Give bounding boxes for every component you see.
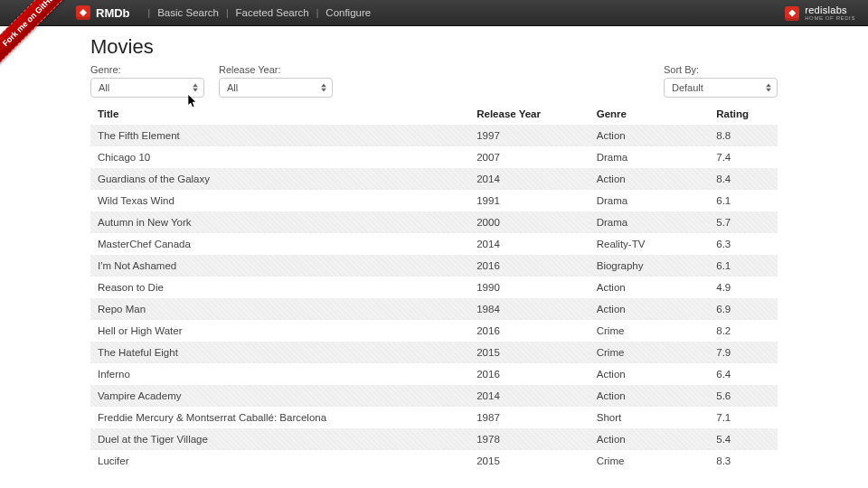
year-select-value: All [227,82,238,93]
cell-genre: Crime [590,320,710,342]
cell-title: Wild Texas Wind [90,190,469,211]
cell-genre: Drama [590,190,710,211]
redislabs-label: redislabs [805,5,855,15]
cell-title: MasterChef Canada [90,233,469,255]
svg-marker-5 [766,89,771,92]
cell-year: 2000 [469,211,590,233]
svg-marker-0 [193,84,198,88]
table-row[interactable]: Autumn in New York2000Drama5.7 [90,211,778,233]
col-title-header[interactable]: Title [90,103,469,125]
select-chevron-icon [766,84,771,92]
cell-genre: Action [590,298,710,320]
table-row[interactable]: Guardians of the Galaxy2014Action8.4 [90,168,778,190]
nav-separator: | [316,8,319,18]
cell-rating: 8.3 [709,450,778,472]
cell-title: Repo Man [90,298,469,320]
cell-genre: Crime [590,342,710,363]
col-year-header[interactable]: Release Year [469,103,590,125]
select-chevron-icon [321,84,326,92]
cell-rating: 6.1 [709,255,778,277]
nav-configure[interactable]: Configure [326,7,371,18]
cell-year: 2007 [469,146,590,168]
table-row[interactable]: Duel at the Tiger Village1978Action5.4 [90,428,778,450]
cell-title: The Hateful Eight [90,342,469,363]
brand-label: RMDb [96,6,130,20]
cell-rating: 5.6 [709,385,778,407]
table-row[interactable]: The Fifth Element1997Action8.8 [90,125,778,146]
cell-rating: 8.8 [709,125,778,146]
select-chevron-icon [193,84,198,92]
table-row[interactable]: Vampire Academy2014Action5.6 [90,385,778,407]
col-genre-header[interactable]: Genre [590,103,710,125]
page-title: Movies [90,35,778,59]
year-label: Release Year: [219,64,333,75]
cell-year: 2015 [469,342,590,363]
cell-rating: 6.1 [709,190,778,211]
table-row[interactable]: The Hateful Eight2015Crime7.9 [90,342,778,363]
svg-marker-4 [766,84,771,88]
right-brand[interactable]: redislabs HOME OF REDIS [785,0,855,26]
genre-select[interactable]: All [90,78,204,98]
cell-rating: 8.4 [709,168,778,190]
cell-genre: Short [590,407,710,428]
table-row[interactable]: I'm Not Ashamed2016Biography6.1 [90,255,778,277]
table-row[interactable]: Freddie Mercury & Montserrat Caballé: Ba… [90,407,778,428]
cell-rating: 7.1 [709,407,778,428]
cell-rating: 7.4 [709,146,778,168]
sort-select-value: Default [672,82,703,93]
sort-select[interactable]: Default [664,78,778,98]
genre-select-value: All [99,82,109,93]
cell-rating: 5.7 [709,211,778,233]
cell-genre: Drama [590,146,710,168]
cell-year: 2016 [469,363,590,385]
cell-year: 1978 [469,428,590,450]
cell-title: Freddie Mercury & Montserrat Caballé: Ba… [90,407,469,428]
table-row[interactable]: Repo Man1984Action6.9 [90,298,778,320]
cell-title: Reason to Die [90,277,469,298]
nav-separator: | [226,8,229,18]
table-row[interactable]: Chicago 102007Drama7.4 [90,146,778,168]
cell-title: I'm Not Ashamed [90,255,469,277]
table-row[interactable]: MasterChef Canada2014Reality-TV6.3 [90,233,778,255]
cell-genre: Crime [590,450,710,472]
table-header-row: Title Release Year Genre Rating [90,103,778,125]
table-row[interactable]: Hell or High Water2016Crime8.2 [90,320,778,342]
nav-faceted-search[interactable]: Faceted Search [236,7,309,18]
github-ribbon[interactable]: Fork me on GitHub [0,0,85,74]
svg-marker-1 [193,89,198,92]
col-rating-header[interactable]: Rating [709,103,778,125]
cell-year: 1987 [469,407,590,428]
table-row[interactable]: Inferno2016Action6.4 [90,363,778,385]
brand-link[interactable]: RMDb [96,6,130,20]
table-row[interactable]: Wild Texas Wind1991Drama6.1 [90,190,778,211]
cell-rating: 4.9 [709,277,778,298]
cell-title: Hell or High Water [90,320,469,342]
table-row[interactable]: Lucifer2015Crime8.3 [90,450,778,472]
cell-title: Lucifer [90,450,469,472]
cell-genre: Biography [590,255,710,277]
cell-genre: Action [590,125,710,146]
cell-genre: Reality-TV [590,233,710,255]
redislabs-logo-icon [785,6,799,21]
table-row[interactable]: Reason to Die1990Action4.9 [90,277,778,298]
cell-title: Guardians of the Galaxy [90,168,469,190]
year-select[interactable]: All [219,78,333,98]
cell-year: 2016 [469,320,590,342]
cell-title: Inferno [90,363,469,385]
main-container: Movies Genre: All Release Year: All [90,35,778,472]
nav-separator: | [148,8,151,18]
github-ribbon-label: Fork me on GitHub [1,0,59,48]
cell-year: 2015 [469,450,590,472]
cell-rating: 8.2 [709,320,778,342]
sort-field: Sort By: Default [664,64,778,98]
cell-year: 1984 [469,298,590,320]
cell-rating: 5.4 [709,428,778,450]
cell-rating: 6.3 [709,233,778,255]
cell-genre: Drama [590,211,710,233]
cell-title: The Fifth Element [90,125,469,146]
cell-genre: Action [590,385,710,407]
nav-basic-search[interactable]: Basic Search [157,7,219,18]
sort-label: Sort By: [664,64,778,75]
cell-genre: Action [590,277,710,298]
cell-title: Autumn in New York [90,211,469,233]
